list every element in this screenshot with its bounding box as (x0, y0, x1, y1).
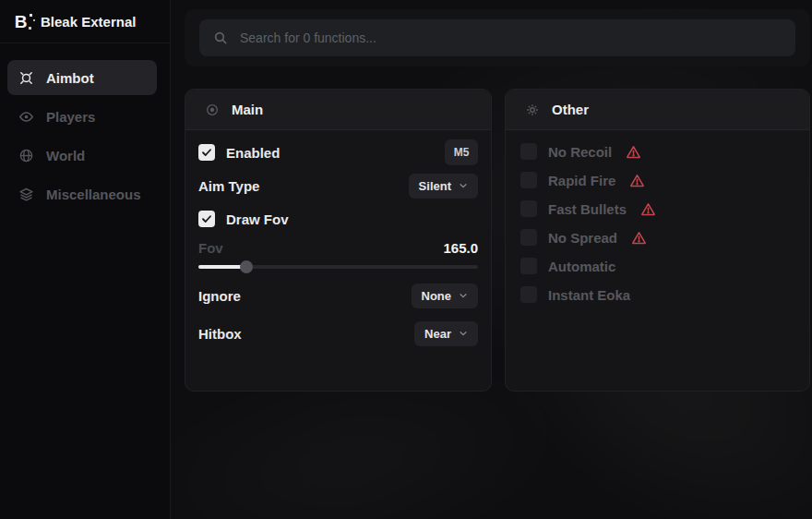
feature-row-no-recoil[interactable]: No Recoil (520, 143, 794, 160)
ignore-row: Ignore None (198, 283, 478, 308)
chevron-down-icon (459, 329, 468, 338)
sidebar-item-players[interactable]: Players (7, 99, 157, 134)
feature-label: Rapid Fire (548, 173, 615, 188)
hitbox-value: Near (424, 327, 451, 341)
feature-row-automatic[interactable]: Automatic (520, 258, 794, 274)
sidebar-item-miscellaneous[interactable]: Miscellaneous (7, 176, 157, 211)
warning-icon (626, 144, 641, 160)
draw-fov-toggle[interactable]: Draw Fov (198, 211, 289, 227)
hitbox-row: Hitbox Near (198, 320, 478, 346)
sidebar-item-world[interactable]: World (7, 138, 157, 173)
enabled-checkbox[interactable] (198, 144, 215, 161)
chevron-down-icon (459, 181, 468, 190)
panel-main-title: Main (232, 102, 263, 117)
app-title: Bleak External (41, 14, 136, 30)
panel-other-header: Other (506, 90, 809, 130)
hitbox-label: Hitbox (198, 326, 242, 342)
feature-label: Instant Eoka (548, 287, 630, 303)
sidebar-item-label: Aimbot (46, 70, 94, 86)
feature-checkbox-no-spread[interactable] (520, 229, 537, 246)
fov-value: 165.0 (443, 240, 478, 256)
hitbox-dropdown[interactable]: Near (414, 321, 478, 346)
feature-checkbox-no-recoil[interactable] (520, 143, 537, 160)
feature-label: Automatic (548, 259, 615, 274)
globe-icon (18, 148, 34, 163)
ignore-label: Ignore (198, 288, 241, 304)
feature-row-no-spread[interactable]: No Spread (520, 229, 794, 246)
fov-slider[interactable] (198, 260, 478, 273)
app-logo-icon: B (10, 11, 30, 31)
chevron-down-icon (459, 291, 468, 300)
sidebar-item-label: Players (46, 109, 95, 125)
aim-type-row: Aim Type Silent (198, 173, 478, 199)
fov-header: Fov 165.0 (198, 237, 478, 258)
enabled-label: Enabled (226, 145, 280, 161)
warning-icon (631, 230, 647, 246)
fov-slider-thumb[interactable] (240, 260, 253, 273)
draw-fov-checkbox[interactable] (198, 211, 215, 227)
feature-label: No Recoil (548, 144, 612, 160)
sidebar-item-label: Miscellaneous (46, 187, 141, 202)
gear-icon (525, 103, 540, 117)
feature-checkbox-fast-bullets[interactable] (520, 200, 537, 217)
sidebar-item-label: World (46, 148, 85, 163)
panel-main-header: Main (185, 90, 491, 130)
search-bar-container: Search for 0 functions... (185, 9, 810, 66)
warning-icon (629, 173, 645, 188)
aim-type-label: Aim Type (198, 178, 259, 194)
feature-checkbox-rapid-fire[interactable] (520, 172, 537, 188)
fov-slider-fill (198, 265, 246, 269)
feature-row-fast-bullets[interactable]: Fast Bullets (520, 200, 794, 217)
sidebar: B Bleak External Aimbot Players World Mi… (0, 0, 171, 519)
enabled-keybind-button[interactable]: M5 (445, 139, 478, 165)
target-icon (205, 103, 220, 117)
feature-label: Fast Bullets (548, 201, 627, 217)
crosshair-icon (18, 70, 34, 86)
panel-main-body: Enabled M5 Aim Type Silent Draw Fov Fov (185, 139, 491, 346)
draw-fov-label: Draw Fov (226, 211, 289, 227)
draw-fov-row: Draw Fov (198, 206, 478, 232)
panel-other-title: Other (552, 102, 589, 117)
feature-row-rapid-fire[interactable]: Rapid Fire (520, 172, 794, 188)
sidebar-header: B Bleak External (0, 0, 170, 43)
panel-main: Main Enabled M5 Aim Type Silent (185, 89, 492, 392)
panel-other-body: No Recoil Rapid Fire Fast Bullets (506, 130, 809, 303)
fov-label: Fov (198, 240, 223, 256)
sidebar-nav: Aimbot Players World Miscellaneous (0, 43, 170, 211)
aim-type-dropdown[interactable]: Silent (409, 174, 478, 199)
search-icon (213, 30, 228, 45)
layers-icon (18, 187, 34, 202)
warning-icon (640, 201, 656, 217)
enabled-row: Enabled M5 (198, 139, 478, 165)
ignore-value: None (422, 289, 452, 303)
feature-label: No Spread (548, 230, 617, 246)
panel-other: Other No Recoil Rapid Fire Fast Bullets (505, 89, 810, 392)
aim-type-value: Silent (419, 179, 451, 193)
feature-checkbox-instant-eoka[interactable] (520, 286, 537, 303)
search-input[interactable]: Search for 0 functions... (199, 19, 795, 56)
feature-checkbox-automatic[interactable] (520, 258, 537, 274)
sidebar-item-aimbot[interactable]: Aimbot (7, 60, 157, 95)
eye-icon (18, 109, 34, 125)
ignore-dropdown[interactable]: None (412, 284, 479, 308)
enabled-toggle[interactable]: Enabled (198, 144, 280, 161)
feature-row-instant-eoka[interactable]: Instant Eoka (520, 286, 794, 303)
search-placeholder: Search for 0 functions... (240, 30, 376, 45)
